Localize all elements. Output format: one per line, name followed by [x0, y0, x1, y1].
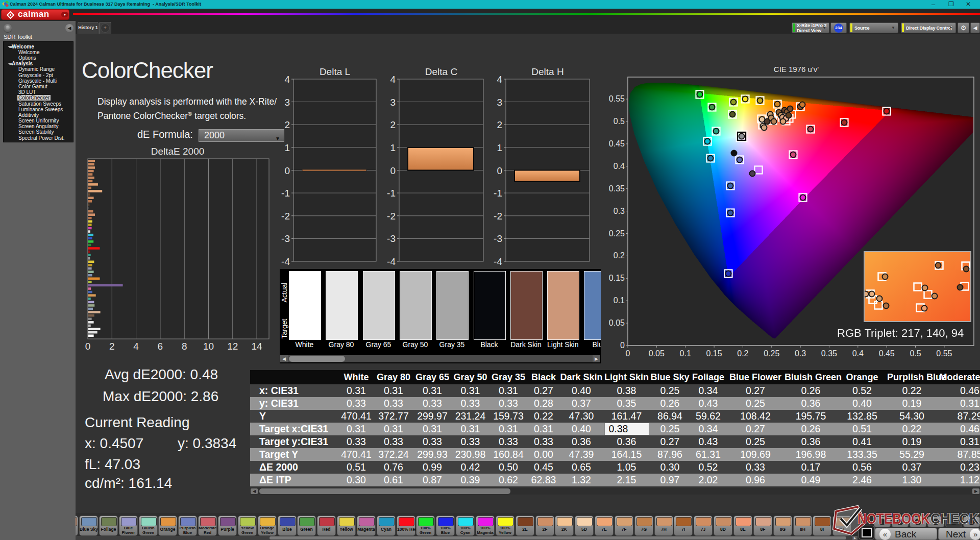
- svg-text:2: 2: [390, 119, 396, 130]
- svg-text:Delta H: Delta H: [531, 66, 564, 77]
- svg-text:-1: -1: [387, 188, 396, 199]
- svg-text:-2: -2: [281, 211, 290, 222]
- svg-text:-4: -4: [281, 256, 290, 267]
- svg-text:2: 2: [109, 341, 115, 352]
- svg-text:0.55: 0.55: [609, 94, 625, 103]
- svg-text:0.5: 0.5: [910, 349, 921, 358]
- svg-text:0.35: 0.35: [821, 349, 837, 358]
- svg-text:4: 4: [497, 74, 502, 85]
- svg-text:0.25: 0.25: [609, 229, 625, 238]
- svg-text:-1: -1: [494, 188, 502, 199]
- svg-text:1: 1: [390, 142, 396, 153]
- svg-text:4: 4: [133, 341, 139, 352]
- svg-text:0: 0: [85, 341, 91, 352]
- svg-text:-3: -3: [387, 233, 396, 244]
- svg-text:0.2: 0.2: [614, 251, 625, 260]
- svg-text:2: 2: [497, 119, 502, 130]
- svg-text:0: 0: [284, 165, 290, 176]
- svg-text:-4: -4: [387, 256, 396, 267]
- svg-text:0.05: 0.05: [649, 349, 665, 358]
- svg-text:DeltaE 2000: DeltaE 2000: [151, 147, 205, 157]
- svg-text:8: 8: [182, 341, 187, 352]
- svg-text:3: 3: [284, 97, 290, 108]
- svg-text:0.3: 0.3: [614, 207, 625, 215]
- svg-text:0.4: 0.4: [614, 162, 625, 170]
- svg-text:-1: -1: [281, 188, 290, 199]
- svg-text:0.2: 0.2: [737, 349, 748, 358]
- svg-text:4: 4: [390, 74, 396, 85]
- svg-text:0: 0: [497, 165, 502, 176]
- svg-text:0: 0: [620, 341, 625, 350]
- svg-text:4: 4: [284, 74, 290, 85]
- svg-text:0.15: 0.15: [609, 274, 625, 282]
- svg-text:0.45: 0.45: [609, 139, 625, 148]
- svg-text:10: 10: [203, 341, 214, 352]
- svg-text:14: 14: [252, 341, 263, 352]
- svg-text:1: 1: [497, 142, 502, 153]
- svg-text:-3: -3: [281, 233, 290, 244]
- svg-text:0.1: 0.1: [680, 349, 691, 358]
- svg-text:0.4: 0.4: [852, 349, 864, 358]
- svg-text:3: 3: [390, 97, 396, 108]
- svg-text:3: 3: [497, 97, 502, 108]
- svg-text:6: 6: [158, 341, 163, 352]
- svg-text:0.5: 0.5: [614, 117, 625, 126]
- svg-text:-3: -3: [494, 233, 502, 244]
- svg-text:0.55: 0.55: [936, 349, 952, 358]
- svg-text:0.45: 0.45: [879, 349, 895, 358]
- svg-text:12: 12: [227, 341, 238, 352]
- svg-text:-4: -4: [494, 256, 502, 267]
- svg-text:0.25: 0.25: [764, 349, 779, 358]
- svg-text:CIE 1976 u'v': CIE 1976 u'v': [774, 65, 819, 73]
- svg-text:0.05: 0.05: [609, 318, 625, 327]
- svg-text:0.1: 0.1: [614, 296, 625, 305]
- svg-text:NOTEBOOK: NOTEBOOK: [857, 510, 930, 527]
- svg-text:Delta C: Delta C: [425, 66, 457, 77]
- svg-text:0.3: 0.3: [795, 349, 806, 358]
- svg-text:0.15: 0.15: [706, 349, 722, 358]
- svg-text:-2: -2: [494, 211, 502, 222]
- svg-text:2: 2: [284, 119, 290, 130]
- svg-text:1: 1: [284, 142, 290, 153]
- svg-text:-2: -2: [387, 211, 396, 222]
- svg-text:0.35: 0.35: [609, 184, 625, 193]
- svg-text:0: 0: [626, 349, 630, 358]
- svg-text:0: 0: [390, 165, 396, 176]
- svg-text:CHECK: CHECK: [930, 510, 979, 527]
- svg-text:Delta L: Delta L: [320, 66, 350, 77]
